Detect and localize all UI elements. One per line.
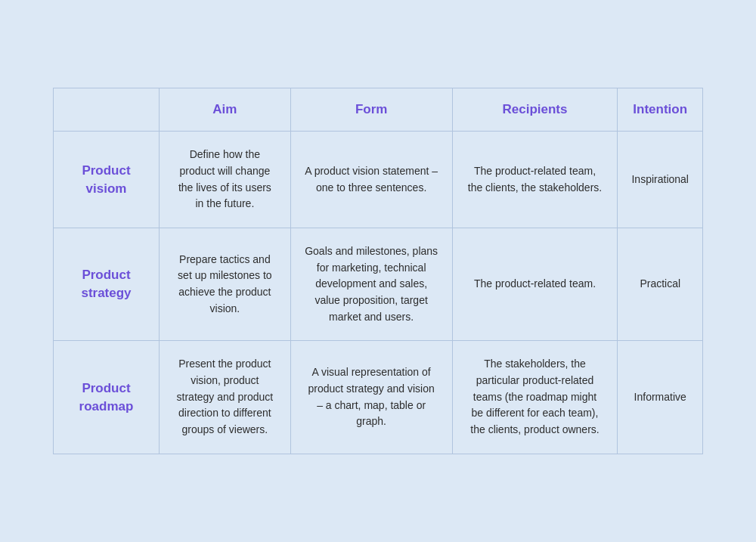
table-row: Productstrategy Prepare tactics and set … xyxy=(54,228,703,340)
table-container: Aim Form Recipients Intention Productvis… xyxy=(23,65,733,477)
table-row: Productvisiom Define how the product wil… xyxy=(54,132,703,228)
cell-roadmap-form: A visual representation of product strat… xyxy=(290,341,452,454)
table-row: Productroadmap Present the product visio… xyxy=(54,341,703,454)
col-header-intention: Intention xyxy=(618,88,703,132)
cell-vision-form: A product vision statement – one to thre… xyxy=(290,132,452,228)
cell-strategy-form: Goals and milestones, plans for marketin… xyxy=(290,228,452,340)
main-table: Aim Form Recipients Intention Productvis… xyxy=(53,88,703,454)
row-label-roadmap: Productroadmap xyxy=(54,341,160,454)
cell-strategy-recipients: The product-related team. xyxy=(452,228,618,340)
row-label-strategy: Productstrategy xyxy=(54,228,160,340)
col-header-empty xyxy=(54,88,160,132)
cell-roadmap-aim: Present the product vision, product stra… xyxy=(160,341,291,454)
col-header-form: Form xyxy=(290,88,452,132)
cell-roadmap-recipients: The stakeholders, the particular product… xyxy=(452,341,618,454)
cell-vision-recipients: The product-related team, the clients, t… xyxy=(452,132,618,228)
row-label-vision: Productvisiom xyxy=(54,132,160,228)
cell-vision-intention: Inspirational xyxy=(618,132,703,228)
cell-roadmap-intention: Informative xyxy=(618,341,703,454)
cell-strategy-intention: Practical xyxy=(618,228,703,340)
col-header-aim: Aim xyxy=(160,88,291,132)
cell-strategy-aim: Prepare tactics and set up milestones to… xyxy=(160,228,291,340)
col-header-recipients: Recipients xyxy=(452,88,618,132)
cell-vision-aim: Define how the product will change the l… xyxy=(160,132,291,228)
